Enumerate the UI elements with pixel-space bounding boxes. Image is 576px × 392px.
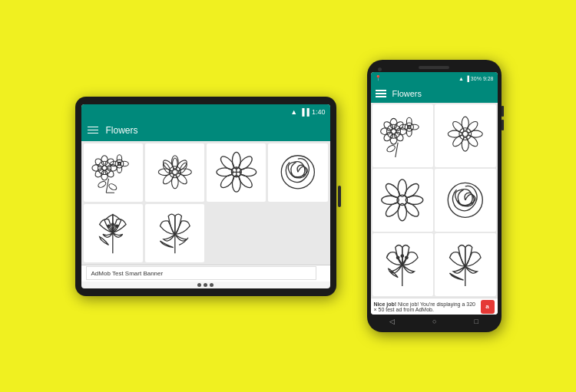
svg-point-88 bbox=[384, 200, 402, 219]
svg-point-23 bbox=[171, 176, 178, 189]
tablet-ad-container: AdMob Test Smart Banner ❯ bbox=[81, 265, 330, 282]
back-icon[interactable]: ◁ bbox=[389, 318, 395, 325]
phone-toolbar: Flowers bbox=[371, 84, 498, 103]
svg-point-95 bbox=[402, 255, 404, 257]
recent-icon[interactable]: □ bbox=[475, 318, 478, 325]
tablet-device: ▲ ▐▐ 1:40 Flowers bbox=[75, 97, 336, 296]
svg-point-39 bbox=[237, 154, 254, 172]
volume-up-button[interactable] bbox=[502, 106, 504, 117]
phone-time: 9:28 bbox=[483, 76, 494, 81]
svg-point-51 bbox=[116, 225, 118, 227]
phone-camera bbox=[378, 68, 382, 71]
volume-down-button[interactable] bbox=[502, 120, 504, 130]
phone-toolbar-title: Flowers bbox=[392, 89, 422, 98]
svg-point-41 bbox=[237, 173, 254, 190]
phone-flower-3[interactable] bbox=[372, 169, 434, 232]
svg-point-79 bbox=[451, 133, 465, 148]
location-pin-icon: 📍 bbox=[375, 75, 382, 81]
phone-flower-6[interactable] bbox=[435, 233, 496, 296]
home-icon[interactable]: ○ bbox=[432, 318, 436, 325]
hamburger-icon[interactable] bbox=[88, 127, 98, 134]
tablet-flower-3[interactable] bbox=[207, 143, 266, 202]
svg-point-49 bbox=[112, 223, 114, 226]
svg-point-20 bbox=[169, 166, 180, 178]
tablet-flower-4[interactable] bbox=[268, 143, 327, 202]
phone-flower-4[interactable] bbox=[435, 169, 496, 232]
svg-point-87 bbox=[403, 182, 422, 200]
svg-point-77 bbox=[451, 120, 465, 134]
phone-device: 📍 ▲ ▐ 30% 9:28 Flowers bbox=[367, 60, 502, 332]
svg-point-68 bbox=[410, 124, 419, 130]
phone-screen: 📍 ▲ ▐ 30% 9:28 Flowers bbox=[371, 72, 498, 315]
phone-volume-buttons bbox=[502, 106, 504, 130]
time-label: 1:40 bbox=[312, 108, 326, 116]
phone-flower-5[interactable] bbox=[372, 233, 434, 296]
phone-status-bar: 📍 ▲ ▐ 30% 9:28 bbox=[371, 72, 498, 84]
svg-line-69 bbox=[396, 143, 398, 157]
svg-point-53 bbox=[387, 124, 401, 138]
svg-point-30 bbox=[172, 158, 177, 170]
phone-hamburger-icon[interactable] bbox=[376, 90, 386, 97]
wifi-icon: ▲ bbox=[290, 108, 297, 116]
svg-point-71 bbox=[459, 128, 472, 140]
svg-point-40 bbox=[218, 173, 236, 190]
tablet-power-button[interactable] bbox=[338, 186, 341, 207]
tablet-flower-2[interactable] bbox=[145, 143, 204, 202]
phone-nav-bar: ◁ ○ □ bbox=[371, 315, 498, 328]
tablet-ad-banner: AdMob Test Smart Banner bbox=[86, 266, 316, 280]
svg-point-28 bbox=[161, 172, 175, 186]
phone-ad-nicejob: Nice job! bbox=[374, 301, 397, 307]
svg-point-96 bbox=[397, 256, 399, 259]
svg-point-86 bbox=[384, 182, 402, 200]
svg-point-75 bbox=[448, 130, 462, 137]
phone-ad-text: Nice job! Nice job! You're displaying a … bbox=[374, 301, 478, 312]
main-scene: ▲ ▐▐ 1:40 Flowers bbox=[75, 60, 502, 332]
svg-point-18 bbox=[98, 180, 108, 189]
svg-point-78 bbox=[465, 120, 479, 134]
tablet-toolbar-title: Flowers bbox=[106, 125, 138, 136]
tablet-flower-1[interactable] bbox=[84, 143, 143, 202]
admob-logo: a bbox=[481, 300, 495, 314]
battery-percent: 30% bbox=[471, 76, 482, 81]
svg-point-38 bbox=[218, 154, 236, 172]
signal-icon: ▐▐ bbox=[300, 108, 310, 116]
tablet-status-icons: ▲ ▐▐ 1:40 bbox=[290, 108, 325, 116]
nav-dot-2 bbox=[204, 283, 207, 287]
phone-flower-2[interactable] bbox=[435, 104, 496, 167]
nav-dot-3 bbox=[210, 283, 214, 287]
nav-dot-1 bbox=[197, 283, 201, 287]
tablet-nav-dots bbox=[81, 282, 330, 288]
svg-line-16 bbox=[107, 179, 109, 193]
svg-point-29 bbox=[174, 172, 188, 186]
phone-ad-banner: Nice job! Nice job! You're displaying a … bbox=[371, 298, 498, 315]
svg-point-70 bbox=[386, 144, 396, 153]
wifi-icon: ▲ bbox=[458, 76, 464, 81]
tablet-flower-grid bbox=[81, 141, 330, 265]
svg-point-0 bbox=[98, 162, 111, 175]
tablet-ad-arrow[interactable]: ❯ bbox=[319, 269, 326, 277]
phone-speaker bbox=[419, 66, 449, 69]
tablet-status-bar: ▲ ▐▐ 1:40 bbox=[81, 104, 330, 120]
signal-icon: ▐ bbox=[465, 76, 469, 81]
svg-point-97 bbox=[406, 256, 408, 259]
svg-point-76 bbox=[468, 130, 482, 137]
svg-point-10 bbox=[115, 160, 124, 168]
svg-point-50 bbox=[108, 225, 110, 227]
svg-point-19 bbox=[108, 183, 118, 191]
svg-point-89 bbox=[403, 200, 422, 219]
tablet-flower-6[interactable] bbox=[145, 204, 204, 262]
svg-point-63 bbox=[406, 123, 414, 131]
phone-flower-1[interactable] bbox=[372, 104, 434, 167]
tablet-screen: ▲ ▐▐ 1:40 Flowers bbox=[81, 104, 330, 288]
svg-point-74 bbox=[462, 137, 468, 151]
svg-point-73 bbox=[462, 117, 468, 130]
phone-status-right: ▲ ▐ 30% 9:28 bbox=[458, 76, 494, 81]
phone-flower-grid bbox=[371, 103, 498, 298]
svg-point-80 bbox=[465, 133, 479, 148]
tablet-flower-5[interactable] bbox=[84, 204, 143, 262]
tablet-toolbar: Flowers bbox=[81, 120, 330, 141]
